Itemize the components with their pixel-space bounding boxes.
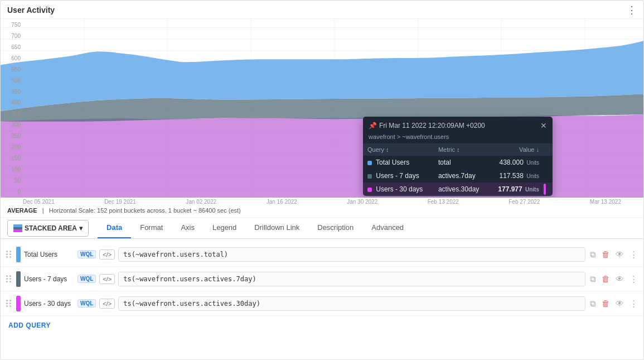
color-indicator: [367, 188, 372, 192]
tooltip-table: Query ↕ Metric ↕ Value ↓: [363, 143, 553, 196]
tooltip-row-7days: Users - 7 days actives.7day 117.538 Unit…: [363, 169, 553, 183]
copy-icon-1[interactable]: ⧉: [589, 248, 597, 261]
chart-type-button[interactable]: STACKED AREA ▾: [7, 220, 89, 237]
chart-type-label: STACKED AREA: [25, 224, 77, 232]
query-actions-2: ⧉ 🗑 👁 ⋮: [589, 273, 639, 285]
tooltip-close-button[interactable]: ✕: [540, 121, 547, 130]
scale-text: Horizontal Scale: 152 point buckets acro…: [49, 207, 241, 214]
tab-drilldown[interactable]: Drilldown Link: [245, 218, 308, 238]
tooltip-row-30days: Users - 30 days actives.30day 177.977 Un…: [363, 183, 553, 196]
tab-legend[interactable]: Legend: [204, 218, 245, 238]
query-expression-3[interactable]: [118, 296, 585, 311]
tooltip-source: wavefront > ~wavefront.users: [363, 132, 553, 143]
x-label-feb27: Feb 27 2022: [509, 199, 540, 205]
col-query: Query ↕: [363, 143, 434, 156]
tab-description[interactable]: Description: [308, 218, 362, 238]
tooltip-metric: total: [434, 156, 488, 169]
tab-advanced[interactable]: Advanced: [362, 218, 413, 238]
delete-icon-2[interactable]: 🗑: [601, 273, 611, 285]
eye-icon-3[interactable]: 👁: [614, 297, 625, 309]
eye-icon-2[interactable]: 👁: [614, 273, 625, 285]
color-indicator: [367, 174, 372, 179]
query-color-1: [16, 247, 21, 262]
x-label-jan02: Jan 02 2022: [186, 199, 216, 205]
x-label-jan16: Jan 16 2022: [267, 199, 297, 205]
scale-separator: |: [39, 207, 47, 214]
user-activity-panel: User Activity ⋮: [0, 0, 644, 360]
delete-icon-1[interactable]: 🗑: [601, 248, 611, 260]
chart-type-chevron: ▾: [79, 224, 83, 232]
x-label-dec05: Dec 05 2021: [23, 199, 55, 205]
code-toggle-2[interactable]: </>: [99, 274, 115, 284]
drag-handle-3[interactable]: [5, 300, 13, 307]
drag-handle-2[interactable]: [5, 275, 13, 282]
tab-data[interactable]: Data: [98, 218, 131, 238]
tooltip-metric: actives.30day: [434, 183, 488, 196]
query-row-2: Users - 7 days WQL </> ⧉ 🗑 👁 ⋮: [1, 267, 643, 291]
query-color-3: [16, 296, 21, 311]
code-toggle-1[interactable]: </>: [99, 249, 115, 260]
tooltip-value: 438.000 Units: [488, 156, 544, 169]
tooltip-query-name: Users - 30 days: [363, 183, 434, 196]
eye-icon-1[interactable]: 👁: [614, 248, 625, 260]
query-expression-2[interactable]: [118, 272, 585, 286]
query-actions-1: ⧉ 🗑 👁 ⋮: [589, 248, 639, 261]
drag-handle-1[interactable]: [5, 251, 13, 258]
wql-toggle-1[interactable]: WQL: [78, 250, 96, 258]
average-label: AVERAGE: [7, 207, 37, 214]
x-axis-labels: Dec 05 2021 Dec 19 2021 Jan 02 2022 Jan …: [1, 198, 643, 205]
stacked-area-icon: [13, 224, 22, 232]
tooltip-value: 117.538 Units: [488, 169, 544, 183]
tab-format[interactable]: Format: [131, 218, 172, 238]
color-indicator: [367, 161, 372, 165]
x-label-feb13: Feb 13 2022: [428, 199, 459, 205]
chart-stats-bar: AVERAGE | Horizontal Scale: 152 point bu…: [1, 205, 643, 218]
more-icon-3[interactable]: ⋮: [628, 297, 639, 310]
col-value: Value ↓: [488, 143, 544, 156]
more-icon-1[interactable]: ⋮: [628, 248, 639, 261]
copy-icon-3[interactable]: ⧉: [589, 297, 597, 310]
pin-icon: 📌: [369, 122, 377, 129]
tooltip-table-header: Query ↕ Metric ↕ Value ↓: [363, 143, 553, 156]
wql-toggle-3[interactable]: WQL: [78, 299, 96, 308]
query-expression-1[interactable]: [118, 247, 585, 262]
query-name-3: Users - 30 days: [24, 300, 74, 308]
tooltip-query-name: Total Users: [363, 156, 434, 169]
delete-icon-3[interactable]: 🗑: [601, 297, 611, 309]
query-name-1: Total Users: [24, 251, 74, 258]
query-row-3: Users - 30 days WQL </> ⧉ 🗑 👁 ⋮: [1, 291, 643, 316]
tooltip-table-body: Total Users total 438.000 Units Users - …: [363, 156, 553, 196]
panel-header: User Activity ⋮: [1, 1, 643, 19]
x-label-dec19: Dec 19 2021: [104, 199, 136, 205]
col-metric: Metric ↕: [434, 143, 488, 156]
query-actions-3: ⧉ 🗑 👁 ⋮: [589, 297, 639, 310]
tooltip-query-name: Users - 7 days: [363, 169, 434, 183]
more-icon-2[interactable]: ⋮: [628, 273, 639, 285]
copy-icon-2[interactable]: ⧉: [589, 273, 597, 285]
panel-title: User Activity: [7, 6, 55, 15]
tooltip-row-total-users: Total Users total 438.000 Units: [363, 156, 553, 169]
tooltip-timestamp: Fri Mar 11 2022 12:20:09AM +0200: [379, 122, 485, 129]
code-toggle-3[interactable]: </>: [99, 299, 115, 309]
query-color-2: [16, 271, 21, 287]
tooltip-value: 177.977 Units: [488, 183, 544, 196]
panel-menu-icon[interactable]: ⋮: [627, 5, 637, 15]
tabs-row: STACKED AREA ▾ Data Format Axis Legend D…: [1, 218, 643, 239]
wql-toggle-2[interactable]: WQL: [78, 275, 96, 283]
tooltip-header: 📌 Fri Mar 11 2022 12:20:09AM +0200 ✕: [363, 117, 553, 132]
x-label-mar13: Mar 13 2022: [590, 199, 621, 205]
query-name-2: Users - 7 days: [24, 275, 74, 283]
add-query-button[interactable]: ADD QUERY: [1, 316, 59, 335]
chart-tooltip: 📌 Fri Mar 11 2022 12:20:09AM +0200 ✕ wav…: [363, 117, 553, 196]
query-row-1: Total Users WQL </> ⧉ 🗑 👁 ⋮: [1, 242, 643, 267]
queries-section: Total Users WQL </> ⧉ 🗑 👁 ⋮ Users - 7 d: [1, 239, 643, 338]
x-label-jan30: Jan 30 2022: [347, 199, 377, 205]
tooltip-metric: actives.7day: [434, 169, 488, 183]
tooltip-timestamp-row: 📌 Fri Mar 11 2022 12:20:09AM +0200: [369, 122, 485, 129]
svg-rect-24: [13, 224, 22, 227]
tab-axis[interactable]: Axis: [172, 218, 204, 238]
chart-area: 750 700 650 600 550 500 450 400 350 300 …: [1, 19, 643, 198]
